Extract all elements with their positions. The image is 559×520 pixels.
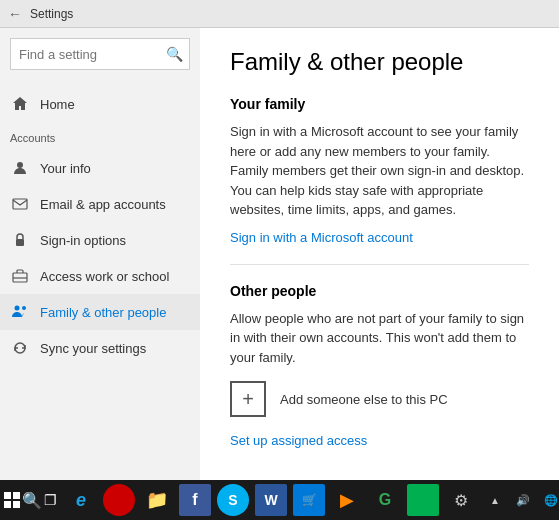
svg-point-0 bbox=[17, 162, 23, 168]
sidebar-item-home[interactable]: Home bbox=[0, 86, 200, 122]
task-view-button[interactable]: ❐ bbox=[44, 482, 57, 518]
taskbar-apps: e 📁 f S W 🛒 ▶ G ⚙ bbox=[63, 482, 479, 518]
briefcase-icon bbox=[10, 266, 30, 286]
svg-rect-10 bbox=[13, 501, 20, 508]
taskbar-app-red[interactable] bbox=[103, 484, 135, 516]
svg-rect-2 bbox=[16, 239, 24, 246]
title-bar-label: Settings bbox=[30, 7, 73, 21]
taskbar-app-settings[interactable]: ⚙ bbox=[443, 482, 479, 518]
person-icon bbox=[10, 158, 30, 178]
microsoft-account-link[interactable]: Sign in with a Microsoft account bbox=[230, 230, 413, 245]
lock-icon bbox=[10, 230, 30, 250]
add-person-icon-box[interactable]: + bbox=[230, 381, 266, 417]
sidebar-item-family[interactable]: Family & other people bbox=[0, 294, 200, 330]
sidebar-item-email-label: Email & app accounts bbox=[40, 197, 166, 212]
svg-point-6 bbox=[22, 306, 26, 310]
home-icon bbox=[10, 94, 30, 114]
add-person-label: Add someone else to this PC bbox=[280, 392, 448, 407]
taskbar-app-vlc[interactable]: ▶ bbox=[329, 482, 365, 518]
sidebar-item-home-label: Home bbox=[40, 97, 75, 112]
sidebar-item-sync[interactable]: Sync your settings bbox=[0, 330, 200, 366]
taskbar: 🔍 ❐ e 📁 f S W 🛒 ▶ G ⚙ ▲ 🔊 🌐 5:13 PM 1/2/… bbox=[0, 480, 559, 520]
sidebar-item-email[interactable]: Email & app accounts bbox=[0, 186, 200, 222]
tray-network-icon[interactable]: 🌐 bbox=[537, 482, 559, 518]
page-title: Family & other people bbox=[230, 48, 529, 76]
email-icon bbox=[10, 194, 30, 214]
search-container: 🔍 bbox=[10, 38, 190, 70]
back-button[interactable]: ← bbox=[8, 6, 22, 22]
svg-point-5 bbox=[15, 306, 20, 311]
svg-rect-7 bbox=[4, 492, 11, 499]
search-button[interactable]: 🔍 bbox=[158, 38, 190, 70]
sidebar-section-label: Accounts bbox=[0, 128, 200, 150]
tray-speaker-icon[interactable]: 🔊 bbox=[509, 482, 537, 518]
taskbar-app-green[interactable] bbox=[407, 484, 439, 516]
tray-arrow-icon[interactable]: ▲ bbox=[481, 482, 509, 518]
sidebar-item-your-info-label: Your info bbox=[40, 161, 91, 176]
sidebar-item-family-label: Family & other people bbox=[40, 305, 166, 320]
people-icon bbox=[10, 302, 30, 322]
right-panel: Family & other people Your family Sign i… bbox=[200, 28, 559, 480]
sidebar: 🔍 Home Accounts Your info bbox=[0, 28, 200, 480]
svg-rect-8 bbox=[13, 492, 20, 499]
sidebar-item-sync-label: Sync your settings bbox=[40, 341, 146, 356]
plus-icon: + bbox=[242, 388, 254, 411]
title-bar: ← Settings bbox=[0, 0, 559, 28]
taskbar-app-word[interactable]: W bbox=[255, 484, 287, 516]
sidebar-item-your-info[interactable]: Your info bbox=[0, 150, 200, 186]
svg-rect-1 bbox=[13, 199, 27, 209]
taskbar-app-chrome[interactable]: G bbox=[367, 482, 403, 518]
taskbar-app-facebook[interactable]: f bbox=[179, 484, 211, 516]
your-family-title: Your family bbox=[230, 96, 529, 112]
sidebar-item-access-work-label: Access work or school bbox=[40, 269, 169, 284]
svg-rect-9 bbox=[4, 501, 11, 508]
section-divider bbox=[230, 264, 529, 265]
sidebar-item-signin-label: Sign-in options bbox=[40, 233, 126, 248]
your-family-description: Sign in with a Microsoft account to see … bbox=[230, 122, 529, 220]
taskbar-app-skype[interactable]: S bbox=[217, 484, 249, 516]
taskbar-tray: ▲ 🔊 🌐 5:13 PM 1/2/2017 🔔 bbox=[481, 482, 559, 518]
taskbar-app-ie[interactable]: e bbox=[63, 482, 99, 518]
taskbar-app-explorer[interactable]: 📁 bbox=[139, 482, 175, 518]
other-people-description: Allow people who are not part of your fa… bbox=[230, 309, 529, 368]
assigned-access-link[interactable]: Set up assigned access bbox=[230, 433, 367, 448]
sidebar-item-signin[interactable]: Sign-in options bbox=[0, 222, 200, 258]
add-person-row[interactable]: + Add someone else to this PC bbox=[230, 381, 529, 417]
main-content: 🔍 Home Accounts Your info bbox=[0, 28, 559, 480]
sidebar-item-access-work[interactable]: Access work or school bbox=[0, 258, 200, 294]
taskbar-search-button[interactable]: 🔍 bbox=[22, 482, 42, 518]
taskbar-app-store[interactable]: 🛒 bbox=[293, 484, 325, 516]
other-people-title: Other people bbox=[230, 283, 529, 299]
sync-icon bbox=[10, 338, 30, 358]
start-button[interactable] bbox=[4, 482, 20, 518]
